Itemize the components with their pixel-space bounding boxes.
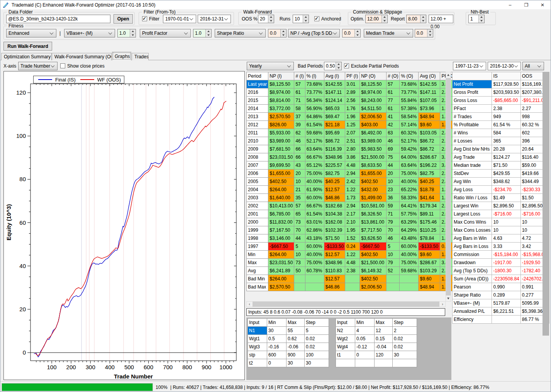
value-cell[interactable]: $73.96 xyxy=(419,105,440,113)
period-cell[interactable]: 2004 xyxy=(247,186,268,194)
input-max-cell[interactable]: 120 xyxy=(375,351,393,359)
input-min-cell[interactable]: 0.5 xyxy=(267,335,287,343)
period-cell[interactable]: 2012 xyxy=(247,121,268,129)
column-header[interactable]: PF (I) xyxy=(345,72,360,80)
period-cell[interactable]: 2005 xyxy=(247,178,268,186)
value-cell[interactable]: 63.01% xyxy=(305,218,324,226)
value-cell[interactable]: $1,499.00 xyxy=(360,194,387,202)
period-cell[interactable]: 2011 xyxy=(247,129,268,137)
column-header[interactable]: IS xyxy=(492,72,520,80)
value-cell[interactable]: 75.00% xyxy=(305,259,324,267)
column-header[interactable]: Max xyxy=(287,319,305,327)
value-cell[interactable]: $12.57 xyxy=(324,186,345,194)
value-cell[interactable]: 1.73 xyxy=(345,194,360,202)
input-max-cell[interactable]: -0.06 xyxy=(287,343,305,351)
vertical-scroll-thumb[interactable] xyxy=(446,78,451,295)
fitness-metric-4-select[interactable]: NP / -Avg (Top 5 DDs xyxy=(288,29,340,37)
value-cell[interactable]: $5,933.00 xyxy=(268,129,294,137)
input-min-cell[interactable]: 0 xyxy=(267,359,287,367)
period-cell[interactable]: 2008 xyxy=(247,153,268,161)
column-header[interactable]: # (I) xyxy=(294,72,305,80)
value-cell[interactable]: 2.10 xyxy=(345,218,360,226)
value-cell[interactable]: $110.25 xyxy=(419,226,440,234)
stat-label-cell[interactable]: Pearson xyxy=(453,283,492,291)
anchored-checkbox[interactable] xyxy=(314,16,319,21)
value-cell[interactable]: 73.77% xyxy=(400,88,419,97)
value-cell[interactable]: $65.03 xyxy=(324,105,345,113)
value-cell[interactable]: 2.17 xyxy=(345,210,360,218)
input-min-cell[interactable]: -0.12 xyxy=(355,343,375,351)
horizontal-scroll-thumb[interactable] xyxy=(253,302,439,307)
period-cell[interactable]: 2014 xyxy=(247,105,268,113)
is-value-cell[interactable]: 4.63 xyxy=(492,234,520,243)
value-cell[interactable]: 61.54% xyxy=(305,121,324,129)
input-min-cell[interactable]: 600 xyxy=(267,351,287,359)
stat-label-cell[interactable]: Efficiency xyxy=(453,316,492,324)
show-close-prices-checkbox[interactable] xyxy=(60,63,65,68)
input-name-cell[interactable]: stp xyxy=(248,351,267,359)
value-cell[interactable]: 2.94 xyxy=(345,170,360,178)
value-cell[interactable]: -$667.50 xyxy=(360,243,387,251)
value-cell[interactable]: $162.08 xyxy=(324,218,345,226)
value-cell[interactable]: $3,146.00 xyxy=(268,234,294,243)
value-cell[interactable]: 75 xyxy=(387,153,400,161)
input-min-cell[interactable]: 0.05 xyxy=(355,335,375,343)
value-cell[interactable]: $142.55 xyxy=(419,80,440,88)
value-cell[interactable]: $82.75 xyxy=(324,170,345,178)
value-cell[interactable] xyxy=(305,283,324,291)
value-cell[interactable]: 64.86% xyxy=(305,113,324,121)
input-step-cell[interactable] xyxy=(393,359,417,367)
stat-label-cell[interactable]: Commission xyxy=(453,251,492,259)
value-cell[interactable]: $86.72 xyxy=(324,137,345,145)
input-min-cell[interactable]: 4 xyxy=(355,327,375,335)
is-value-cell[interactable]: 10 xyxy=(492,218,520,226)
column-header[interactable]: Input xyxy=(336,319,355,327)
value-cell[interactable]: $124.14 xyxy=(324,97,345,105)
stat-label-cell[interactable]: # Trades xyxy=(453,113,492,121)
input-name-cell[interactable]: Wgt2 xyxy=(336,335,355,343)
value-cell[interactable]: 58.54% xyxy=(400,113,419,121)
filter-to-select[interactable]: 2016-12-31 xyxy=(198,15,231,23)
is-value-cell[interactable]: $71.50 xyxy=(492,161,520,170)
value-cell[interactable]: $6,326.50 xyxy=(360,210,387,218)
value-cell[interactable]: $46.86 xyxy=(324,283,345,291)
value-cell[interactable]: 1.22 xyxy=(345,186,360,194)
oos-pct-stepper[interactable]: 20 xyxy=(258,15,274,23)
stat-label-cell[interactable]: Max Cons Wins xyxy=(453,218,492,226)
value-cell[interactable]: 79 xyxy=(387,218,400,226)
is-value-cell[interactable]: 61.54 % xyxy=(492,121,520,129)
value-cell[interactable]: 66 xyxy=(294,153,305,161)
value-cell[interactable]: 40.00% xyxy=(400,178,419,186)
period-cell[interactable]: 1998 xyxy=(247,234,268,243)
value-cell[interactable]: $6,492.00 xyxy=(360,129,387,137)
is-value-cell[interactable]: 2.38 xyxy=(492,105,520,113)
value-cell[interactable]: $225.57 xyxy=(324,161,345,170)
data-folder-input[interactable] xyxy=(6,15,110,23)
close-icon[interactable]: ✕ xyxy=(534,0,551,9)
value-cell[interactable]: 58 xyxy=(294,105,305,113)
input-name-cell[interactable]: t2 xyxy=(248,359,267,367)
input-name-cell[interactable]: t1 xyxy=(336,351,355,359)
value-cell[interactable]: $264.00 xyxy=(268,251,294,259)
value-cell[interactable]: 23 xyxy=(387,186,400,194)
stat-label-cell[interactable]: Median trade xyxy=(453,161,492,170)
value-cell[interactable]: 70 xyxy=(294,226,305,234)
value-cell[interactable]: 1.96 xyxy=(345,113,360,121)
value-cell[interactable]: 20 xyxy=(294,170,305,178)
fitness-weight-1-stepper[interactable]: 1.0 xyxy=(117,29,136,37)
input-step-cell[interactable]: 100 xyxy=(305,351,329,359)
stat-label-cell[interactable]: Avg Bars in Win xyxy=(453,234,492,243)
value-cell[interactable]: 4.48 xyxy=(345,259,360,267)
value-cell[interactable]: 62 xyxy=(294,129,305,137)
value-cell[interactable]: $179.34 xyxy=(419,202,440,210)
value-cell[interactable]: 59 xyxy=(387,202,400,210)
value-cell[interactable]: $23,031.50 xyxy=(268,259,294,267)
column-header[interactable]: Period xyxy=(247,72,268,80)
stat-label-cell[interactable]: Avg (Top 5 DDs) xyxy=(453,267,492,275)
value-cell[interactable] xyxy=(400,283,419,291)
value-cell[interactable]: 1.76 xyxy=(345,105,360,113)
value-cell[interactable]: 37 xyxy=(294,113,305,121)
value-cell[interactable]: $2,570.50 xyxy=(268,283,294,291)
value-cell[interactable]: 56.34% xyxy=(305,97,324,105)
period-cell[interactable]: 2015 xyxy=(247,97,268,105)
